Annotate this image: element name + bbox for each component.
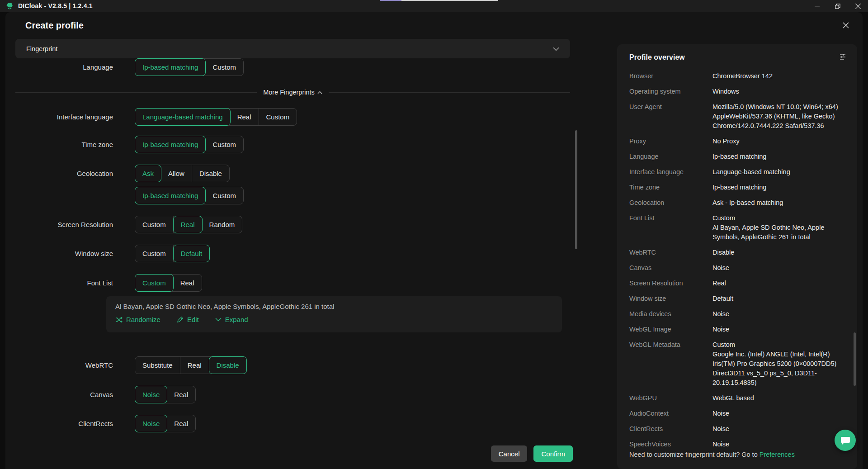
- support-chat-button[interactable]: [835, 430, 856, 451]
- form-row-geolocation-matching: Ip-based matching Custom: [5, 187, 244, 204]
- interface-language-options: Language-based matching Real Custom: [135, 108, 297, 126]
- font-list-options: Custom Real: [135, 274, 202, 292]
- canvas-options: Noise Real: [135, 386, 196, 403]
- overview-row-audiocontext: AudioContextNoise: [629, 409, 846, 418]
- divider-line: [329, 92, 570, 93]
- minimize-button[interactable]: [807, 0, 827, 12]
- language-ip-based-button[interactable]: Ip-based matching: [135, 58, 206, 76]
- interface-language-label: Interface language: [5, 113, 113, 121]
- expand-label: Expand: [225, 316, 248, 323]
- shuffle-icon: [115, 317, 123, 323]
- overview-row-webgl-image: WebGL ImageNoise: [629, 325, 846, 334]
- sliders-icon[interactable]: [839, 53, 846, 62]
- close-dialog-icon[interactable]: [842, 21, 851, 30]
- geolocation-options: Ask Allow Disable: [135, 165, 230, 182]
- font-list-real-button[interactable]: Real: [173, 275, 202, 291]
- geolocation-ip-based-button[interactable]: Ip-based matching: [135, 187, 206, 204]
- fingerprint-section-header[interactable]: Fingerprint: [15, 39, 570, 58]
- language-custom-button[interactable]: Custom: [205, 59, 243, 76]
- window-size-custom-button[interactable]: Custom: [135, 245, 174, 262]
- form-row-time-zone: Time zone Ip-based matching Custom: [5, 136, 244, 153]
- chevron-down-icon: [215, 317, 222, 322]
- edit-label: Edit: [187, 316, 199, 323]
- form-row-interface-language: Interface language Language-based matchi…: [5, 108, 297, 126]
- interface-language-custom-button[interactable]: Custom: [259, 109, 297, 125]
- canvas-noise-button[interactable]: Noise: [135, 386, 167, 403]
- chat-icon: [840, 435, 851, 446]
- dialog-title: Create profile: [25, 20, 84, 31]
- close-window-button[interactable]: [848, 0, 868, 12]
- app-title: DICloak - V2.8.5 | 1.2.4.1: [18, 2, 93, 9]
- geolocation-matching-options: Ip-based matching Custom: [135, 187, 244, 204]
- fingerprint-section-label: Fingerprint: [26, 45, 57, 52]
- randomize-button[interactable]: Randomize: [115, 316, 160, 323]
- overview-row-browser: BrowserChromeBrowser 142: [629, 71, 846, 81]
- screen-resolution-custom-button[interactable]: Custom: [135, 216, 174, 233]
- edit-button[interactable]: Edit: [177, 316, 199, 323]
- language-label: Language: [5, 63, 113, 71]
- form-row-clientrects: ClientRects Noise Real: [5, 415, 196, 432]
- overview-row-language: LanguageIp-based matching: [629, 152, 846, 161]
- geolocation-allow-button[interactable]: Allow: [161, 165, 192, 182]
- overview-row-os: Operating systemWindows: [629, 87, 846, 96]
- webrtc-real-button[interactable]: Real: [180, 357, 209, 374]
- create-profile-dialog: Create profile Fingerprint Language Ip-b…: [5, 12, 863, 469]
- form-row-screen-resolution: Screen Resolution Custom Real Random: [5, 216, 242, 233]
- overview-row-webrtc: WebRTCDisable: [629, 248, 846, 257]
- geolocation-ask-button[interactable]: Ask: [135, 165, 161, 182]
- clientrects-options: Noise Real: [135, 415, 196, 432]
- window-size-default-button[interactable]: Default: [173, 245, 210, 262]
- webrtc-substitute-button[interactable]: Substitute: [135, 357, 180, 374]
- geolocation-custom-button[interactable]: Custom: [205, 187, 243, 204]
- overview-row-window-size: Window sizeDefault: [629, 294, 846, 303]
- chevron-down-icon: [553, 45, 559, 53]
- webrtc-options: Substitute Real Disable: [135, 356, 247, 374]
- screen-resolution-random-button[interactable]: Random: [202, 216, 242, 233]
- chevron-up-icon: [317, 91, 322, 94]
- time-zone-custom-button[interactable]: Custom: [205, 136, 243, 153]
- more-fingerprints-toggle[interactable]: More Fingerprints: [263, 89, 322, 96]
- top-accent-purple: [380, 0, 401, 1]
- form-row-window-size: Window size Custom Default: [5, 245, 210, 262]
- time-zone-options: Ip-based matching Custom: [135, 136, 244, 153]
- geolocation-disable-button[interactable]: Disable: [192, 165, 229, 182]
- cancel-button[interactable]: Cancel: [491, 445, 528, 462]
- clientrects-noise-button[interactable]: Noise: [135, 415, 167, 432]
- canvas-real-button[interactable]: Real: [167, 386, 195, 403]
- expand-button[interactable]: Expand: [215, 316, 248, 323]
- panel-scrollbar[interactable]: [854, 332, 856, 386]
- os-titlebar: DICloak - V2.8.5 | 1.2.4.1: [0, 0, 868, 12]
- form-row-language: Language Ip-based matching Custom: [5, 58, 244, 76]
- form-row-webrtc: WebRTC Substitute Real Disable: [5, 356, 247, 374]
- form-scrollbar[interactable]: [575, 130, 577, 249]
- canvas-label: Canvas: [5, 391, 113, 398]
- preferences-link[interactable]: Preferences: [760, 451, 795, 458]
- overview-row-proxy: ProxyNo Proxy: [629, 137, 846, 146]
- confirm-button[interactable]: Confirm: [533, 445, 573, 462]
- dicloak-logo-icon: [5, 2, 14, 10]
- screen-resolution-real-button[interactable]: Real: [173, 216, 203, 233]
- clientrects-real-button[interactable]: Real: [167, 415, 195, 432]
- overview-row-media-devices: Media devicesNoise: [629, 309, 846, 319]
- interface-language-matching-button[interactable]: Language-based matching: [135, 108, 231, 126]
- overview-row-geolocation: GeolocationAsk - Ip-based matching: [629, 198, 846, 208]
- profile-overview-panel: Profile overview BrowserChromeBrowser 14…: [617, 44, 857, 469]
- clientrects-label: ClientRects: [5, 420, 113, 427]
- window-controls: [807, 0, 868, 12]
- overview-row-speechvoices: SpeechVoicesNoise: [629, 440, 846, 449]
- screen-resolution-label: Screen Resolution: [5, 221, 113, 228]
- time-zone-ip-based-button[interactable]: Ip-based matching: [135, 136, 206, 153]
- overview-row-time-zone: Time zoneIp-based matching: [629, 183, 846, 192]
- pencil-icon: [177, 316, 184, 323]
- font-list-custom-button[interactable]: Custom: [135, 274, 174, 292]
- webrtc-disable-button[interactable]: Disable: [209, 356, 247, 374]
- panel-footer-note: Need to customize fingerprint default? G…: [629, 451, 795, 458]
- overview-row-interface-language: Interface languageLanguage-based matchin…: [629, 167, 846, 177]
- overview-row-webgpu: WebGPUWebGL based: [629, 393, 846, 403]
- interface-language-real-button[interactable]: Real: [230, 109, 259, 125]
- overview-row-user-agent: User AgentMozilla/5.0 (Windows NT 10.0; …: [629, 102, 846, 131]
- restore-button[interactable]: [827, 0, 848, 12]
- font-list-label: Font List: [5, 279, 113, 287]
- form-row-geolocation: Geolocation Ask Allow Disable: [5, 165, 230, 182]
- dialog-footer: Cancel Confirm: [5, 445, 573, 462]
